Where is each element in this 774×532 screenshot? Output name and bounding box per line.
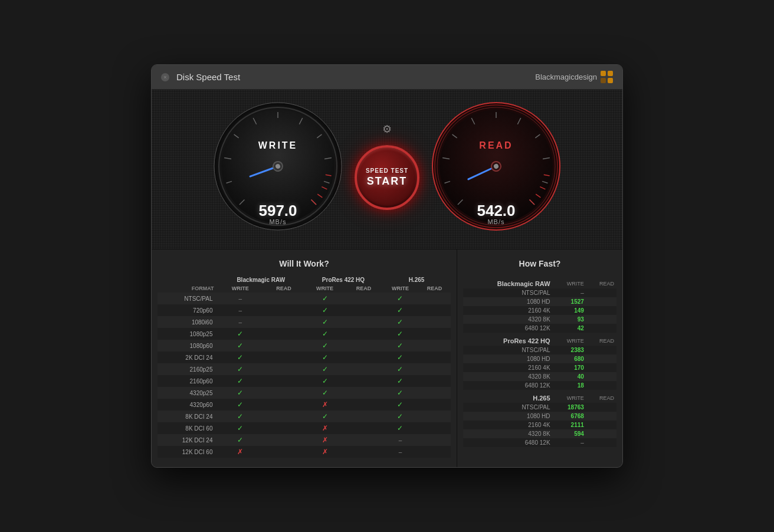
braw-read-cell	[263, 340, 304, 352]
speed-value: 6768	[571, 413, 584, 419]
prores-write-cell: ✗	[304, 434, 345, 446]
hf-read-header: READ	[586, 275, 616, 288]
h265-read-cell	[418, 434, 451, 446]
hf-write-cell: 18	[553, 381, 586, 390]
h265-read-cell	[418, 293, 451, 304]
brand-name: Blackmagicdesign	[535, 73, 597, 81]
prores-read-cell	[345, 304, 382, 316]
dash-icon: –	[399, 449, 402, 455]
hf-group-name: ProRes 422 HQ	[463, 333, 553, 346]
svg-text:READ: READ	[479, 140, 513, 150]
format-cell: NTSC/PAL	[158, 293, 217, 304]
prores-write-cell: ✓	[304, 328, 345, 340]
check-icon: ✓	[397, 400, 403, 409]
hf-read-cell	[586, 297, 616, 306]
braw-write-cell: ✓	[217, 434, 263, 446]
start-button[interactable]: SPEED TEST START	[355, 145, 419, 210]
braw-write-cell: –	[217, 316, 263, 328]
speed-value: 2111	[571, 422, 584, 428]
dash-icon: –	[238, 295, 242, 302]
brand-dot-3	[601, 78, 606, 83]
hf-format-name: NTSC/PAL	[463, 288, 553, 297]
braw-read-cell	[263, 387, 304, 399]
h265-read-cell	[418, 387, 451, 399]
hf-format-name: 4320 8K	[463, 429, 553, 438]
hf-group-header: Blackmagic RAW WRITE READ	[463, 275, 616, 288]
check-icon: ✓	[322, 389, 328, 397]
table-row: 4320p60 ✓ ✗ ✓	[158, 399, 451, 411]
close-button[interactable]: ×	[161, 73, 169, 81]
check-icon: ✓	[397, 377, 403, 385]
hf-row: 6480 12K 18	[463, 381, 616, 390]
format-label: FORMAT	[158, 284, 217, 293]
will-it-work-heading: Will It Work?	[158, 259, 451, 268]
check-icon: ✓	[322, 341, 328, 350]
check-icon: ✓	[237, 377, 243, 385]
hf-row: 4320 8K 93	[463, 315, 616, 324]
braw-read-cell	[263, 399, 304, 411]
prores-read-cell	[345, 399, 382, 411]
hf-read-cell	[586, 346, 616, 354]
braw-write-cell: ✓	[217, 375, 263, 387]
speed-value: 18	[578, 382, 584, 389]
hf-group-name: Blackmagic RAW	[463, 275, 553, 288]
prores-write-cell: ✓	[304, 352, 345, 363]
h265-write-col: WRITE	[382, 284, 418, 293]
h265-write-cell: ✓	[382, 411, 418, 422]
h265-read-cell	[418, 316, 451, 328]
app-window: × Disk Speed Test Blackmagicdesign	[151, 64, 623, 468]
h265-read-cell	[418, 422, 451, 434]
prores-header: ProRes 422 HQ	[304, 275, 382, 284]
hf-read-header: READ	[586, 390, 616, 403]
prores-read-cell	[345, 375, 382, 387]
dash-icon: –	[580, 290, 584, 296]
check-icon: ✓	[322, 377, 328, 385]
prores-read-cell	[345, 328, 382, 340]
hf-row: 2160 4K 170	[463, 363, 616, 372]
write-gauge: WRITE 597.0 MB/s	[213, 101, 343, 231]
format-cell: 1080p25	[158, 328, 217, 340]
data-section: Will It Work? Blackmagic RAW ProRes 422 …	[152, 249, 622, 467]
hf-read-cell	[586, 372, 616, 381]
prores-read-col: READ	[345, 284, 382, 293]
settings-icon[interactable]: ⚙	[379, 123, 395, 139]
prores-read-cell	[345, 422, 382, 434]
braw-header: Blackmagic RAW	[217, 275, 304, 284]
table-row: 1080i60 – ✓ ✓	[158, 316, 451, 328]
speed-value: 40	[578, 373, 584, 380]
hf-group-header: H.265 WRITE READ	[463, 390, 616, 403]
check-icon: ✓	[237, 400, 243, 409]
hf-write-cell: 18763	[553, 403, 586, 412]
hf-write-header: WRITE	[553, 390, 586, 403]
h265-write-cell: –	[382, 434, 418, 446]
cross-icon: ✗	[322, 400, 328, 409]
table-row: NTSC/PAL – ✓ ✓	[158, 293, 451, 304]
speed-value: 2383	[571, 347, 584, 353]
check-icon: ✓	[397, 365, 403, 373]
speed-value: 170	[574, 364, 584, 371]
braw-write-cell: ✓	[217, 422, 263, 434]
braw-read-cell	[263, 352, 304, 363]
prores-read-cell	[345, 411, 382, 422]
check-icon: ✓	[322, 294, 328, 303]
prores-read-cell	[345, 363, 382, 375]
hf-read-cell	[586, 288, 616, 297]
prores-write-cell: ✓	[304, 293, 345, 304]
check-icon: ✓	[397, 412, 403, 421]
prores-write-cell: ✓	[304, 411, 345, 422]
braw-read-cell	[263, 411, 304, 422]
hf-format-name: 6480 12K	[463, 438, 553, 447]
check-icon: ✓	[397, 341, 403, 350]
hf-format-name: 1080 HD	[463, 297, 553, 306]
brand-dot-2	[608, 71, 613, 76]
check-icon: ✓	[237, 436, 243, 444]
hf-read-cell	[586, 354, 616, 363]
brand-dot-1	[601, 71, 606, 76]
prores-write-cell: ✓	[304, 387, 345, 399]
hf-format-name: 1080 HD	[463, 354, 553, 363]
h265-read-cell	[418, 399, 451, 411]
hf-write-cell: 2111	[553, 421, 586, 429]
start-button-line2: START	[367, 175, 408, 188]
prores-read-cell	[345, 340, 382, 352]
braw-read-col: READ	[263, 284, 304, 293]
